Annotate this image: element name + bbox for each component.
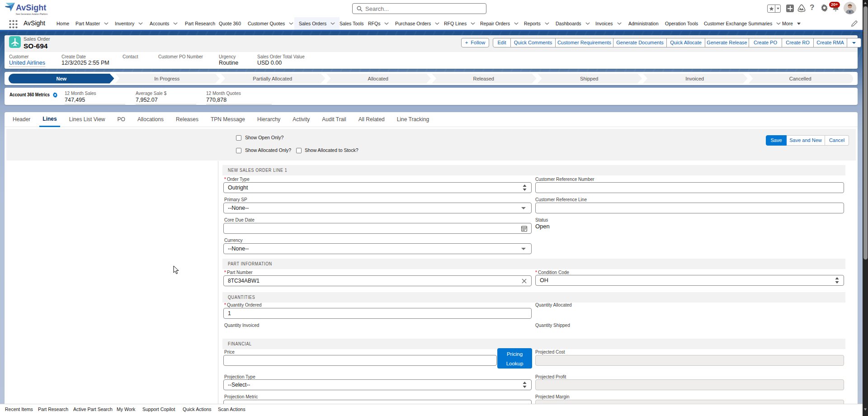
svg-text:AvSight: AvSight <box>16 3 46 12</box>
svg-text:Next Generation Aviation Platf: Next Generation Aviation Platform <box>16 13 48 15</box>
